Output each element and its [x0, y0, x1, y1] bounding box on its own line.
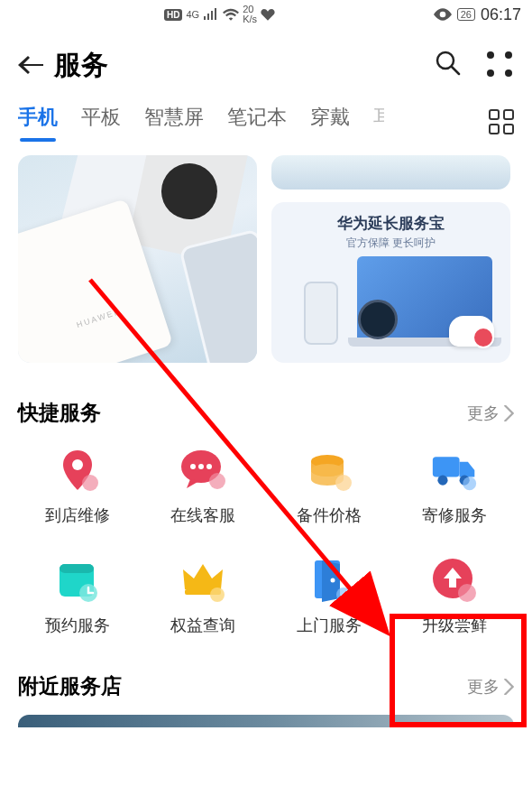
svg-point-22 [336, 588, 351, 602]
category-tabs: 手机 平板 智慧屏 笔记本 穿戴 耳 [0, 101, 532, 150]
more-label: 更多 [467, 402, 500, 424]
svg-point-24 [458, 584, 476, 602]
service-door-service[interactable]: 上门服务 [266, 557, 392, 636]
upgrade-arrow-icon [431, 557, 478, 604]
tab-vision[interactable]: 智慧屏 [144, 104, 204, 140]
crown-icon [179, 557, 226, 604]
more-menu-button[interactable] [487, 51, 514, 79]
service-online-support[interactable]: 在线客服 [141, 447, 267, 526]
service-label: 到店维修 [45, 504, 110, 526]
svg-point-19 [210, 588, 225, 602]
svg-point-4 [190, 464, 196, 469]
tab-phone[interactable]: 手机 [18, 104, 58, 140]
chevron-right-icon [501, 679, 514, 695]
signal-icon [203, 8, 219, 21]
svg-point-7 [209, 473, 225, 489]
nearby-stores-header: 附近服务店 更多 [0, 636, 532, 711]
nearby-store-card-partial[interactable] [18, 715, 514, 727]
tab-tablet[interactable]: 平板 [81, 104, 121, 140]
service-label: 备件价格 [297, 504, 362, 526]
svg-point-12 [438, 476, 448, 486]
banner-row: HUAWEI 华为延长服务宝 官方保障 更长呵护 [0, 150, 532, 372]
wifi-icon [223, 8, 239, 21]
nearby-stores-more[interactable]: 更多 [467, 676, 514, 698]
search-button[interactable] [435, 50, 462, 80]
status-bar: HD 4G 20K/s 26 06:17 [0, 0, 532, 29]
tab-grid-button[interactable] [489, 109, 514, 134]
service-appointment[interactable]: 预约服务 [14, 557, 141, 636]
more-label: 更多 [467, 676, 500, 698]
chat-bubble-icon [179, 447, 226, 494]
coins-icon [306, 447, 353, 494]
door-icon [306, 557, 353, 604]
service-label: 在线客服 [170, 504, 235, 526]
calendar-icon [54, 557, 101, 604]
ext-banner-title: 华为延长服务宝 [337, 213, 445, 234]
svg-point-5 [198, 464, 204, 469]
data-speed: 20K/s [243, 5, 257, 24]
truck-icon [431, 447, 478, 494]
quick-services-grid: 到店维修 在线客服 备件价格 寄修服务 预约服务 权益查询 上门服务 [0, 438, 532, 636]
quick-services-more[interactable]: 更多 [467, 402, 514, 424]
eye-icon [434, 8, 452, 21]
quick-services-header: 快捷服务 更多 [0, 372, 532, 438]
svg-rect-11 [433, 457, 460, 477]
location-pin-icon [54, 447, 101, 494]
chevron-right-icon [501, 405, 514, 421]
service-benefits[interactable]: 权益查询 [141, 557, 267, 636]
tab-wearable[interactable]: 穿戴 [310, 104, 350, 140]
hd-icon: HD [164, 9, 182, 21]
search-icon [435, 50, 462, 77]
network-type: 4G [186, 9, 199, 20]
svg-point-21 [330, 578, 335, 583]
service-parts-price[interactable]: 备件价格 [266, 447, 392, 526]
svg-rect-16 [60, 564, 94, 573]
ext-devices-illustration [277, 256, 505, 352]
product-banner-top-right[interactable] [271, 155, 510, 190]
grid-icon [489, 109, 514, 134]
clock-time: 06:17 [481, 5, 521, 24]
extended-warranty-banner[interactable]: 华为延长服务宝 官方保障 更长呵护 [271, 202, 510, 363]
svg-point-2 [82, 475, 98, 491]
service-label: 寄修服务 [422, 504, 487, 526]
heart-icon [261, 8, 275, 21]
page-header: 服务 [0, 29, 532, 101]
service-mail-repair[interactable]: 寄修服务 [392, 447, 518, 526]
service-store-repair[interactable]: 到店维修 [14, 447, 141, 526]
tab-laptop[interactable]: 笔记本 [227, 104, 287, 140]
service-label: 预约服务 [45, 615, 110, 636]
status-right: 26 06:17 [434, 5, 521, 24]
nearby-stores-title: 附近服务店 [18, 672, 122, 700]
battery-icon: 26 [457, 8, 475, 21]
service-label: 权益查询 [170, 615, 235, 636]
status-left: HD 4G 20K/s [164, 5, 275, 24]
arrow-left-icon [18, 54, 45, 76]
quick-services-title: 快捷服务 [18, 399, 101, 427]
service-label: 升级尝鲜 [422, 615, 487, 636]
tab-more-partial[interactable]: 耳 [373, 104, 384, 140]
service-label: 上门服务 [297, 615, 362, 636]
svg-point-1 [72, 459, 83, 470]
svg-point-14 [463, 477, 477, 490]
svg-point-6 [206, 464, 212, 469]
svg-point-10 [335, 475, 352, 491]
dots-grid-icon [487, 51, 514, 79]
ext-banner-subtitle: 官方保障 更长呵护 [346, 236, 436, 251]
product-banner-left[interactable]: HUAWEI [18, 155, 257, 363]
page-title: 服务 [54, 47, 435, 84]
back-button[interactable] [18, 54, 54, 76]
service-upgrade-beta[interactable]: 升级尝鲜 [392, 557, 518, 636]
